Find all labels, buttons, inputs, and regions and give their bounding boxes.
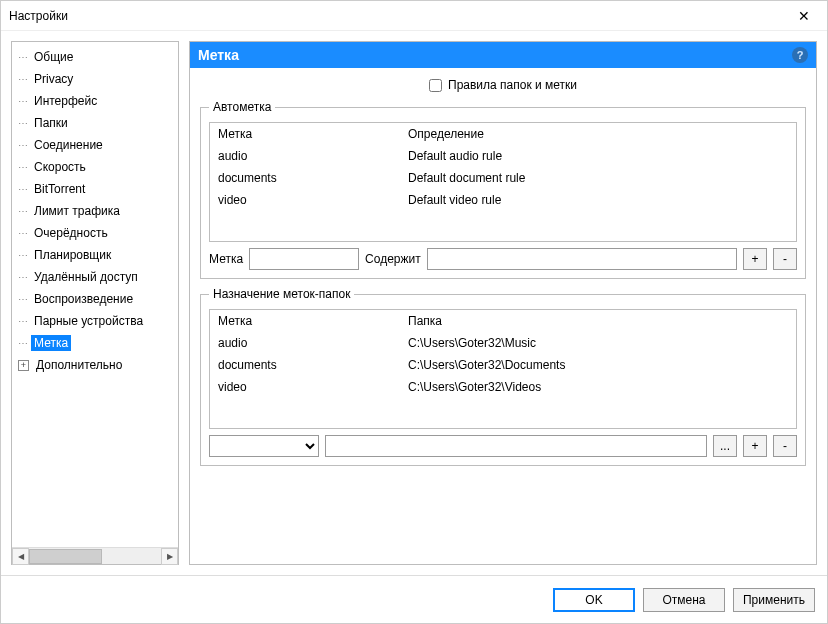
sidebar-item-label[interactable]: ⋯Метка	[12, 332, 178, 354]
folders-col-path: Папка	[400, 310, 796, 332]
sidebar-item-remote[interactable]: ⋯Удалённый доступ	[12, 266, 178, 288]
close-icon[interactable]: ✕	[789, 8, 819, 24]
sidebar-item-bittorrent[interactable]: ⋯BitTorrent	[12, 178, 178, 200]
automark-legend: Автометка	[209, 100, 275, 114]
sidebar-item-folders[interactable]: ⋯Папки	[12, 112, 178, 134]
automark-col-def: Определение	[400, 123, 796, 145]
automark-remove-button[interactable]: -	[773, 248, 797, 270]
ok-button[interactable]: OK	[553, 588, 635, 612]
sidebar-item-privacy[interactable]: ⋯Privacy	[12, 68, 178, 90]
folder-rules-checkbox[interactable]	[429, 79, 442, 92]
folder-add-button[interactable]: +	[743, 435, 767, 457]
table-row[interactable]: documentsC:\Users\Goter32\Documents	[210, 354, 796, 376]
scroll-left-icon[interactable]: ◀	[12, 548, 29, 565]
cancel-button[interactable]: Отмена	[643, 588, 725, 612]
apply-button[interactable]: Применить	[733, 588, 815, 612]
content-panel: Метка ? Правила папок и метки Автометка …	[189, 41, 817, 565]
automark-list[interactable]: Метка Определение audioDefault audio rul…	[209, 122, 797, 242]
panel-header: Метка ?	[190, 42, 816, 68]
automark-add-button[interactable]: +	[743, 248, 767, 270]
folder-path-input[interactable]	[325, 435, 707, 457]
browse-button[interactable]: ...	[713, 435, 737, 457]
sidebar-item-connection[interactable]: ⋯Соединение	[12, 134, 178, 156]
scroll-right-icon[interactable]: ▶	[161, 548, 178, 565]
table-row[interactable]: audioDefault audio rule	[210, 145, 796, 167]
sidebar-item-paired-devices[interactable]: ⋯Парные устройства	[12, 310, 178, 332]
table-row[interactable]: videoC:\Users\Goter32\Videos	[210, 376, 796, 398]
sidebar-item-interface[interactable]: ⋯Интерфейс	[12, 90, 178, 112]
sidebar-hscrollbar[interactable]: ◀ ▶	[12, 547, 178, 564]
automark-label-contains: Содержит	[365, 252, 421, 266]
folder-labels-legend: Назначение меток-папок	[209, 287, 354, 301]
table-row[interactable]: audioC:\Users\Goter32\Music	[210, 332, 796, 354]
automark-label-metka: Метка	[209, 252, 243, 266]
sidebar-item-scheduler[interactable]: ⋯Планировщик	[12, 244, 178, 266]
automark-label-input[interactable]	[249, 248, 359, 270]
window-title: Настройки	[9, 9, 789, 23]
sidebar-item-playback[interactable]: ⋯Воспроизведение	[12, 288, 178, 310]
folders-col-label: Метка	[210, 310, 400, 332]
expand-icon[interactable]: +	[18, 360, 29, 371]
folder-labels-group: Назначение меток-папок Метка Папка audio…	[200, 287, 806, 466]
help-icon[interactable]: ?	[792, 47, 808, 63]
settings-window: Настройки ✕ ⋯Общие ⋯Privacy ⋯Интерфейс ⋯…	[0, 0, 828, 624]
scroll-thumb[interactable]	[29, 549, 102, 564]
table-row[interactable]: documentsDefault document rule	[210, 167, 796, 189]
folder-labels-list[interactable]: Метка Папка audioC:\Users\Goter32\Music …	[209, 309, 797, 429]
folder-remove-button[interactable]: -	[773, 435, 797, 457]
sidebar-item-advanced[interactable]: +Дополнительно	[12, 354, 178, 376]
automark-group: Автометка Метка Определение audioDefault…	[200, 100, 806, 279]
sidebar-item-traffic-limit[interactable]: ⋯Лимит трафика	[12, 200, 178, 222]
sidebar-item-queue[interactable]: ⋯Очерёдность	[12, 222, 178, 244]
folder-rules-label: Правила папок и метки	[448, 78, 577, 92]
category-tree: ⋯Общие ⋯Privacy ⋯Интерфейс ⋯Папки ⋯Соеди…	[11, 41, 179, 565]
panel-title: Метка	[198, 47, 792, 63]
dialog-footer: OK Отмена Применить	[1, 575, 827, 623]
sidebar-item-speed[interactable]: ⋯Скорость	[12, 156, 178, 178]
automark-col-label: Метка	[210, 123, 400, 145]
table-row[interactable]: videoDefault video rule	[210, 189, 796, 211]
automark-contains-input[interactable]	[427, 248, 737, 270]
sidebar-item-general[interactable]: ⋯Общие	[12, 46, 178, 68]
folder-label-select[interactable]	[209, 435, 319, 457]
titlebar: Настройки ✕	[1, 1, 827, 31]
